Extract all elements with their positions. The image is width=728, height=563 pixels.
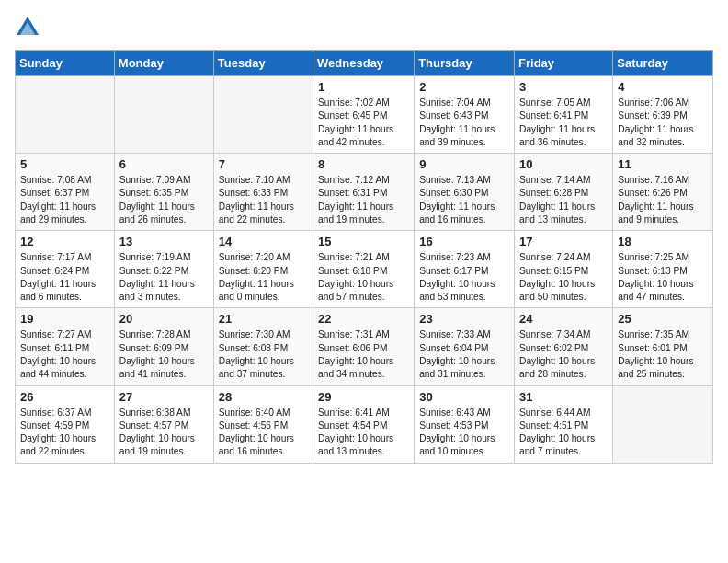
day-info: Sunrise: 7:14 AM Sunset: 6:28 PM Dayligh… bbox=[519, 174, 608, 226]
weekday-header-thursday: Thursday bbox=[415, 51, 515, 76]
day-number: 3 bbox=[519, 80, 608, 94]
day-info: Sunrise: 7:25 AM Sunset: 6:13 PM Dayligh… bbox=[618, 251, 708, 304]
day-cell: 14Sunrise: 7:20 AM Sunset: 6:20 PM Dayli… bbox=[213, 231, 313, 308]
day-number: 19 bbox=[20, 312, 109, 326]
day-info: Sunrise: 6:40 AM Sunset: 4:56 PM Dayligh… bbox=[219, 407, 308, 459]
day-cell: 11Sunrise: 7:16 AM Sunset: 6:26 PM Dayli… bbox=[613, 154, 713, 231]
day-number: 22 bbox=[318, 312, 409, 326]
day-info: Sunrise: 6:44 AM Sunset: 4:51 PM Dayligh… bbox=[519, 407, 608, 459]
day-info: Sunrise: 7:23 AM Sunset: 6:17 PM Dayligh… bbox=[419, 251, 509, 304]
weekday-header-row: SundayMondayTuesdayWednesdayThursdayFrid… bbox=[16, 51, 713, 76]
day-cell: 2Sunrise: 7:04 AM Sunset: 6:43 PM Daylig… bbox=[415, 76, 515, 154]
day-cell: 9Sunrise: 7:13 AM Sunset: 6:30 PM Daylig… bbox=[415, 154, 515, 231]
day-info: Sunrise: 7:27 AM Sunset: 6:11 PM Dayligh… bbox=[20, 328, 109, 381]
weekday-header-friday: Friday bbox=[515, 51, 613, 76]
day-info: Sunrise: 7:35 AM Sunset: 6:01 PM Dayligh… bbox=[618, 328, 708, 381]
day-number: 24 bbox=[519, 312, 608, 326]
day-cell: 1Sunrise: 7:02 AM Sunset: 6:45 PM Daylig… bbox=[313, 76, 415, 154]
day-info: Sunrise: 7:06 AM Sunset: 6:39 PM Dayligh… bbox=[618, 97, 708, 149]
day-cell: 4Sunrise: 7:06 AM Sunset: 6:39 PM Daylig… bbox=[613, 76, 713, 154]
day-number: 6 bbox=[119, 157, 209, 171]
day-number: 16 bbox=[419, 235, 509, 248]
day-cell bbox=[16, 76, 115, 154]
day-info: Sunrise: 7:02 AM Sunset: 6:45 PM Dayligh… bbox=[318, 97, 409, 149]
logo bbox=[15, 15, 44, 40]
day-number: 30 bbox=[419, 390, 509, 404]
day-number: 18 bbox=[618, 235, 708, 248]
day-cell: 18Sunrise: 7:25 AM Sunset: 6:13 PM Dayli… bbox=[613, 231, 713, 308]
day-cell: 19Sunrise: 7:27 AM Sunset: 6:11 PM Dayli… bbox=[16, 308, 115, 385]
day-info: Sunrise: 7:17 AM Sunset: 6:24 PM Dayligh… bbox=[20, 251, 109, 304]
calendar: SundayMondayTuesdayWednesdayThursdayFrid… bbox=[15, 50, 713, 464]
day-number: 31 bbox=[519, 390, 608, 404]
day-info: Sunrise: 7:19 AM Sunset: 6:22 PM Dayligh… bbox=[119, 251, 209, 304]
day-number: 4 bbox=[618, 80, 708, 94]
day-info: Sunrise: 7:34 AM Sunset: 6:02 PM Dayligh… bbox=[519, 328, 608, 381]
day-info: Sunrise: 7:13 AM Sunset: 6:30 PM Dayligh… bbox=[419, 174, 509, 226]
day-number: 12 bbox=[20, 235, 109, 248]
day-info: Sunrise: 7:16 AM Sunset: 6:26 PM Dayligh… bbox=[618, 174, 708, 226]
day-cell: 7Sunrise: 7:10 AM Sunset: 6:33 PM Daylig… bbox=[213, 154, 313, 231]
day-cell: 28Sunrise: 6:40 AM Sunset: 4:56 PM Dayli… bbox=[213, 385, 313, 463]
week-row-1: 1Sunrise: 7:02 AM Sunset: 6:45 PM Daylig… bbox=[16, 76, 713, 154]
week-row-4: 19Sunrise: 7:27 AM Sunset: 6:11 PM Dayli… bbox=[16, 308, 713, 385]
weekday-header-sunday: Sunday bbox=[16, 51, 115, 76]
day-info: Sunrise: 6:41 AM Sunset: 4:54 PM Dayligh… bbox=[318, 407, 409, 459]
day-info: Sunrise: 7:04 AM Sunset: 6:43 PM Dayligh… bbox=[419, 97, 509, 149]
day-cell: 3Sunrise: 7:05 AM Sunset: 6:41 PM Daylig… bbox=[515, 76, 613, 154]
day-cell: 23Sunrise: 7:33 AM Sunset: 6:04 PM Dayli… bbox=[415, 308, 515, 385]
logo-icon bbox=[15, 15, 40, 40]
day-cell bbox=[114, 76, 213, 154]
day-cell bbox=[613, 385, 713, 463]
day-number: 25 bbox=[618, 312, 708, 326]
day-number: 11 bbox=[618, 157, 708, 171]
day-info: Sunrise: 7:21 AM Sunset: 6:18 PM Dayligh… bbox=[318, 251, 409, 304]
day-cell: 6Sunrise: 7:09 AM Sunset: 6:35 PM Daylig… bbox=[114, 154, 213, 231]
weekday-header-wednesday: Wednesday bbox=[313, 51, 415, 76]
day-info: Sunrise: 7:09 AM Sunset: 6:35 PM Dayligh… bbox=[119, 174, 209, 226]
weekday-header-tuesday: Tuesday bbox=[213, 51, 313, 76]
day-info: Sunrise: 7:08 AM Sunset: 6:37 PM Dayligh… bbox=[20, 174, 109, 226]
day-number: 2 bbox=[419, 80, 509, 94]
week-row-5: 26Sunrise: 6:37 AM Sunset: 4:59 PM Dayli… bbox=[16, 385, 713, 463]
day-info: Sunrise: 7:31 AM Sunset: 6:06 PM Dayligh… bbox=[318, 328, 409, 381]
day-cell: 8Sunrise: 7:12 AM Sunset: 6:31 PM Daylig… bbox=[313, 154, 415, 231]
day-number: 5 bbox=[20, 157, 109, 171]
day-number: 28 bbox=[219, 390, 308, 404]
page-header bbox=[15, 15, 713, 40]
day-cell: 21Sunrise: 7:30 AM Sunset: 6:08 PM Dayli… bbox=[213, 308, 313, 385]
day-cell: 12Sunrise: 7:17 AM Sunset: 6:24 PM Dayli… bbox=[16, 231, 115, 308]
day-cell: 24Sunrise: 7:34 AM Sunset: 6:02 PM Dayli… bbox=[515, 308, 613, 385]
day-cell: 10Sunrise: 7:14 AM Sunset: 6:28 PM Dayli… bbox=[515, 154, 613, 231]
day-number: 27 bbox=[119, 390, 209, 404]
day-info: Sunrise: 7:28 AM Sunset: 6:09 PM Dayligh… bbox=[119, 328, 209, 381]
day-number: 14 bbox=[219, 235, 308, 248]
day-info: Sunrise: 7:12 AM Sunset: 6:31 PM Dayligh… bbox=[318, 174, 409, 226]
day-number: 29 bbox=[318, 390, 409, 404]
day-info: Sunrise: 7:30 AM Sunset: 6:08 PM Dayligh… bbox=[219, 328, 308, 381]
week-row-2: 5Sunrise: 7:08 AM Sunset: 6:37 PM Daylig… bbox=[16, 154, 713, 231]
weekday-header-saturday: Saturday bbox=[613, 51, 713, 76]
day-number: 26 bbox=[20, 390, 109, 404]
weekday-header-monday: Monday bbox=[114, 51, 213, 76]
day-info: Sunrise: 7:24 AM Sunset: 6:15 PM Dayligh… bbox=[519, 251, 608, 304]
day-number: 21 bbox=[219, 312, 308, 326]
day-cell: 16Sunrise: 7:23 AM Sunset: 6:17 PM Dayli… bbox=[415, 231, 515, 308]
day-cell: 20Sunrise: 7:28 AM Sunset: 6:09 PM Dayli… bbox=[114, 308, 213, 385]
day-number: 15 bbox=[318, 235, 409, 248]
week-row-3: 12Sunrise: 7:17 AM Sunset: 6:24 PM Dayli… bbox=[16, 231, 713, 308]
day-number: 8 bbox=[318, 157, 409, 171]
day-cell: 26Sunrise: 6:37 AM Sunset: 4:59 PM Dayli… bbox=[16, 385, 115, 463]
day-cell: 27Sunrise: 6:38 AM Sunset: 4:57 PM Dayli… bbox=[114, 385, 213, 463]
day-cell: 22Sunrise: 7:31 AM Sunset: 6:06 PM Dayli… bbox=[313, 308, 415, 385]
day-info: Sunrise: 7:05 AM Sunset: 6:41 PM Dayligh… bbox=[519, 97, 608, 149]
day-info: Sunrise: 6:38 AM Sunset: 4:57 PM Dayligh… bbox=[119, 407, 209, 459]
day-cell: 31Sunrise: 6:44 AM Sunset: 4:51 PM Dayli… bbox=[515, 385, 613, 463]
day-cell: 30Sunrise: 6:43 AM Sunset: 4:53 PM Dayli… bbox=[415, 385, 515, 463]
day-number: 1 bbox=[318, 80, 409, 94]
day-info: Sunrise: 6:43 AM Sunset: 4:53 PM Dayligh… bbox=[419, 407, 509, 459]
day-info: Sunrise: 7:20 AM Sunset: 6:20 PM Dayligh… bbox=[219, 251, 308, 304]
day-info: Sunrise: 6:37 AM Sunset: 4:59 PM Dayligh… bbox=[20, 407, 109, 459]
day-cell: 29Sunrise: 6:41 AM Sunset: 4:54 PM Dayli… bbox=[313, 385, 415, 463]
day-number: 7 bbox=[219, 157, 308, 171]
